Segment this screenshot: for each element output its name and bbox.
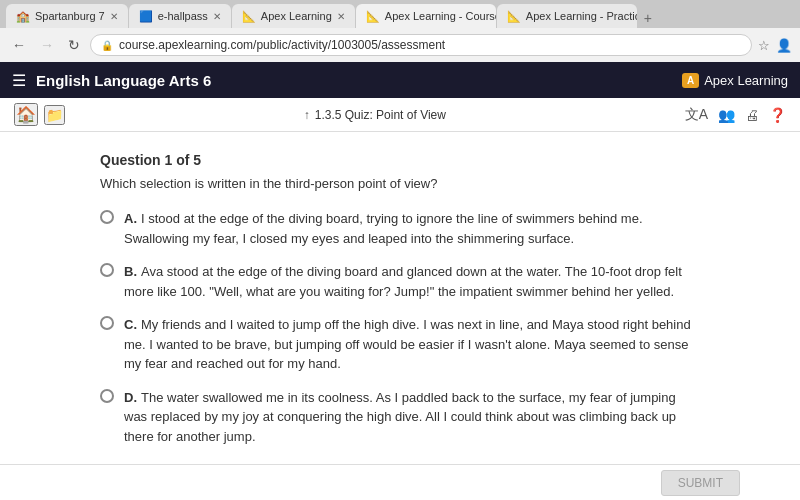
- reload-button[interactable]: ↻: [64, 35, 84, 55]
- people-button[interactable]: 👥: [718, 107, 735, 123]
- main-content: Question 1 of 5 Which selection is writt…: [0, 132, 800, 464]
- tab-favicon: 🏫: [16, 10, 30, 23]
- breadcrumb-center: ↑ 1.3.5 Quiz: Point of View: [304, 108, 446, 122]
- tab-label: Apex Learning - Courses: [385, 10, 496, 22]
- radio-a[interactable]: [100, 210, 114, 224]
- browser-chrome: 🏫 Spartanburg 7 ✕ 🟦 e-hallpass ✕ 📐 Apex …: [0, 0, 800, 62]
- option-text-a: A.I stood at the edge of the diving boar…: [124, 209, 700, 248]
- option-letter-c: C.: [124, 317, 137, 332]
- tab-apex-practice[interactable]: 📐 Apex Learning - Practice Assi... ✕: [497, 4, 637, 28]
- forward-button[interactable]: →: [36, 35, 58, 55]
- answer-option-b[interactable]: B.Ava stood at the edge of the diving bo…: [100, 262, 700, 301]
- address-input[interactable]: [119, 38, 741, 52]
- question-text: Which selection is written in the third-…: [100, 176, 700, 191]
- menu-icon[interactable]: ☰: [12, 71, 26, 90]
- help-button[interactable]: ❓: [769, 107, 786, 123]
- print-button[interactable]: 🖨: [745, 107, 759, 123]
- answer-option-d[interactable]: D.The water swallowed me in its coolness…: [100, 388, 700, 447]
- address-bar[interactable]: 🔒: [90, 34, 752, 56]
- submit-button[interactable]: SUBMIT: [661, 470, 740, 496]
- address-bar-row: ← → ↻ 🔒 ☆ 👤: [0, 28, 800, 62]
- option-letter-b: B.: [124, 264, 137, 279]
- profile-button[interactable]: 👤: [776, 38, 792, 53]
- tab-apex[interactable]: 📐 Apex Learning ✕: [232, 4, 355, 28]
- apex-logo-icon: A: [682, 73, 699, 88]
- tab-label: Apex Learning - Practice Assi...: [526, 10, 637, 22]
- translate-button[interactable]: 文A: [685, 106, 708, 124]
- close-icon[interactable]: ✕: [337, 11, 345, 22]
- footer-bar: SUBMIT: [0, 464, 800, 500]
- breadcrumb-right: 文A 👥 🖨 ❓: [685, 106, 786, 124]
- app-title: English Language Arts 6: [36, 72, 211, 89]
- tab-apex-courses[interactable]: 📐 Apex Learning - Courses ✕: [356, 4, 496, 28]
- up-arrow-icon: ↑: [304, 108, 310, 122]
- tab-favicon: 🟦: [139, 10, 153, 23]
- new-tab-button[interactable]: +: [638, 8, 658, 28]
- answer-option-c[interactable]: C.My friends and I waited to jump off th…: [100, 315, 700, 374]
- answer-options: A.I stood at the edge of the diving boar…: [100, 209, 700, 446]
- apex-logo-text: Apex Learning: [704, 73, 788, 88]
- radio-d[interactable]: [100, 389, 114, 403]
- close-icon[interactable]: ✕: [110, 11, 118, 22]
- option-letter-d: D.: [124, 390, 137, 405]
- answer-option-a[interactable]: A.I stood at the edge of the diving boar…: [100, 209, 700, 248]
- tab-favicon: 📐: [242, 10, 256, 23]
- breadcrumb-left: 🏠 📁: [14, 103, 65, 126]
- close-icon[interactable]: ✕: [213, 11, 221, 22]
- tab-ehallpass[interactable]: 🟦 e-hallpass ✕: [129, 4, 231, 28]
- tab-spartanburg[interactable]: 🏫 Spartanburg 7 ✕: [6, 4, 128, 28]
- back-button[interactable]: ←: [8, 35, 30, 55]
- home-button[interactable]: 🏠: [14, 103, 38, 126]
- radio-b[interactable]: [100, 263, 114, 277]
- radio-c[interactable]: [100, 316, 114, 330]
- option-letter-a: A.: [124, 211, 137, 226]
- option-text-d: D.The water swallowed me in its coolness…: [124, 388, 700, 447]
- tab-label: Spartanburg 7: [35, 10, 105, 22]
- tab-favicon: 📐: [507, 10, 521, 23]
- quiz-breadcrumb: 1.3.5 Quiz: Point of View: [315, 108, 446, 122]
- option-text-b: B.Ava stood at the edge of the diving bo…: [124, 262, 700, 301]
- bookmark-button[interactable]: ☆: [758, 38, 770, 53]
- option-text-c: C.My friends and I waited to jump off th…: [124, 315, 700, 374]
- app-header-left: ☰ English Language Arts 6: [12, 71, 211, 90]
- tab-label: e-hallpass: [158, 10, 208, 22]
- tab-bar: 🏫 Spartanburg 7 ✕ 🟦 e-hallpass ✕ 📐 Apex …: [0, 0, 800, 28]
- tab-label: Apex Learning: [261, 10, 332, 22]
- tab-favicon: 📐: [366, 10, 380, 23]
- breadcrumb-bar: 🏠 📁 ↑ 1.3.5 Quiz: Point of View 文A 👥 🖨 ❓: [0, 98, 800, 132]
- question-number: Question 1 of 5: [100, 152, 700, 168]
- lock-icon: 🔒: [101, 40, 113, 51]
- apex-logo: A Apex Learning: [682, 73, 788, 88]
- app-header: ☰ English Language Arts 6 A Apex Learnin…: [0, 62, 800, 98]
- folder-button[interactable]: 📁: [44, 105, 65, 125]
